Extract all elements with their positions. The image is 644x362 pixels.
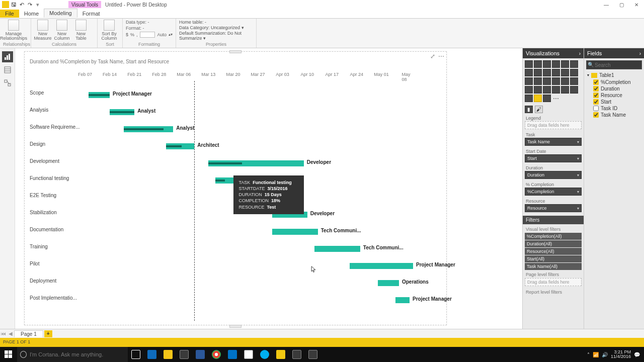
well-completion[interactable]: %Completion <box>525 188 582 196</box>
close-button[interactable]: ✕ <box>629 0 644 9</box>
taskbar-chrome-icon[interactable] <box>208 347 224 362</box>
viz-type-cell[interactable] <box>543 95 551 102</box>
viz-type-cell[interactable] <box>525 69 533 76</box>
gantt-bar[interactable] <box>314 246 360 252</box>
viz-type-cell[interactable] <box>561 69 569 76</box>
field-item[interactable]: Task ID <box>586 105 642 112</box>
field-checkbox[interactable] <box>593 106 599 111</box>
viz-type-cell[interactable] <box>552 60 560 68</box>
taskbar-edge-icon[interactable] <box>144 347 160 362</box>
viz-type-cell[interactable] <box>534 77 542 85</box>
well-duration[interactable]: Duration <box>525 171 582 179</box>
filter-item[interactable]: Start(All) <box>525 255 582 262</box>
tray-chevron-icon[interactable]: ˄ <box>587 352 590 357</box>
auto-label[interactable]: Auto <box>157 32 167 37</box>
fields-search[interactable]: 🔍 <box>586 60 642 69</box>
well-task[interactable]: Task Name <box>525 138 582 146</box>
viz-type-cell[interactable] <box>543 60 551 68</box>
field-item[interactable]: Task Name <box>586 112 642 118</box>
tray-clock[interactable]: 3:21 PM11/4/2016 <box>611 350 631 359</box>
focus-mode-icon[interactable]: ⤢ <box>430 53 435 60</box>
viz-type-cell[interactable] <box>525 60 533 68</box>
format-pane-button[interactable]: 🖌 <box>535 106 543 113</box>
tab-file[interactable]: File <box>0 10 19 18</box>
viz-type-cell[interactable] <box>534 86 542 94</box>
viz-type-cell[interactable] <box>525 77 533 85</box>
start-button[interactable] <box>0 347 17 362</box>
field-item[interactable]: Start <box>586 99 642 105</box>
task-view-icon[interactable] <box>128 347 144 362</box>
tab-format[interactable]: Format <box>77 10 105 18</box>
field-item[interactable]: %Completion <box>586 79 642 85</box>
filter-item[interactable]: Resource(All) <box>525 248 582 255</box>
taskbar-explorer-icon[interactable] <box>160 347 176 362</box>
gantt-row[interactable]: Software Requireme...Analyst <box>30 120 441 137</box>
relationships-view-button[interactable] <box>2 77 13 88</box>
well-resource[interactable]: Resource <box>525 204 582 212</box>
qat-more-icon[interactable]: ▾ <box>34 1 41 8</box>
taskbar-skype-icon[interactable] <box>257 347 273 362</box>
field-checkbox[interactable] <box>593 79 599 85</box>
well-legend[interactable]: Drag data fields here <box>525 121 582 129</box>
decimals-input[interactable] <box>140 32 155 38</box>
add-page-button[interactable]: + <box>44 330 52 337</box>
field-checkbox[interactable] <box>593 112 599 118</box>
gantt-row[interactable]: ScopeProject Manager <box>30 86 441 103</box>
new-column-button[interactable]: New Column <box>53 20 70 41</box>
fields-search-input[interactable] <box>586 60 642 69</box>
home-table-select[interactable]: Home table: - <box>179 20 253 25</box>
resize-handle-bottom[interactable] <box>229 325 242 328</box>
gantt-bar[interactable] <box>272 229 318 235</box>
collapse-fields-icon[interactable]: › <box>639 51 641 56</box>
viz-type-cell[interactable] <box>534 60 542 68</box>
gantt-row[interactable]: DeploymentOperations <box>30 274 441 291</box>
viz-type-cell[interactable] <box>570 69 578 76</box>
viz-type-cell[interactable] <box>525 86 533 94</box>
table-node[interactable]: ▾Table1 <box>584 71 644 79</box>
page-nav-prev[interactable]: ◀ <box>7 331 14 336</box>
tab-modeling[interactable]: Modeling <box>44 9 77 18</box>
viz-type-cell[interactable] <box>570 77 578 85</box>
page-tab-1[interactable]: Page 1 <box>14 330 43 337</box>
percent-icon[interactable]: % <box>130 32 134 37</box>
collapse-visualizations-icon[interactable]: › <box>579 51 581 56</box>
tab-home[interactable]: Home <box>19 10 44 18</box>
cortana-input[interactable] <box>30 351 125 357</box>
field-item[interactable]: Resource <box>586 92 642 99</box>
maximize-button[interactable]: ▢ <box>614 0 629 9</box>
filter-item[interactable]: Task Name(All) <box>525 263 582 270</box>
viz-type-cell[interactable] <box>534 69 542 76</box>
viz-type-cell[interactable] <box>552 86 560 94</box>
viz-type-cell[interactable] <box>543 86 551 94</box>
taskbar-word-icon[interactable] <box>192 347 208 362</box>
sort-by-column-button[interactable]: Sort By Column <box>101 20 118 41</box>
manage-relationships-button[interactable]: Manage Relationships <box>3 20 24 41</box>
undo-icon[interactable]: ↶ <box>18 1 25 8</box>
data-type-label[interactable]: Data type: - <box>126 20 149 25</box>
new-measure-button[interactable]: New Measure <box>34 20 51 41</box>
taskbar-store-icon[interactable] <box>176 347 192 362</box>
gantt-bar[interactable] <box>378 280 399 286</box>
viz-type-cell[interactable] <box>561 86 569 94</box>
filter-item[interactable]: %Completion(All) <box>525 233 582 240</box>
currency-icon[interactable]: $ <box>126 32 128 37</box>
viz-type-cell[interactable] <box>543 77 551 85</box>
cortana-search[interactable] <box>17 347 128 362</box>
minimize-button[interactable]: — <box>599 0 614 9</box>
comma-icon[interactable]: , <box>136 32 138 37</box>
gantt-row[interactable]: DesignArchitect <box>30 137 441 154</box>
taskbar-app1-icon[interactable] <box>289 347 305 362</box>
filter-item[interactable]: Duration(All) <box>525 240 582 247</box>
tray-volume-icon[interactable]: 🔊 <box>602 352 608 357</box>
page-nav-first[interactable]: ⏮ <box>0 331 7 336</box>
resize-handle-top[interactable] <box>229 50 242 53</box>
page-level-filters-well[interactable]: Drag data fields here <box>525 278 582 286</box>
viz-type-cell[interactable] <box>570 60 578 68</box>
gantt-row[interactable]: DocumentationTech Communi... <box>30 223 441 240</box>
format-label[interactable]: Format: - <box>126 26 144 31</box>
gantt-visual[interactable]: ⤢ ⋯ Duration and %Completion by Task Nam… <box>24 51 447 325</box>
fields-pane-button[interactable]: ▮ <box>525 106 533 113</box>
viz-type-cell[interactable] <box>552 69 560 76</box>
field-item[interactable]: Duration <box>586 85 642 92</box>
gantt-row[interactable]: TrainingTech Communi... <box>30 240 441 257</box>
